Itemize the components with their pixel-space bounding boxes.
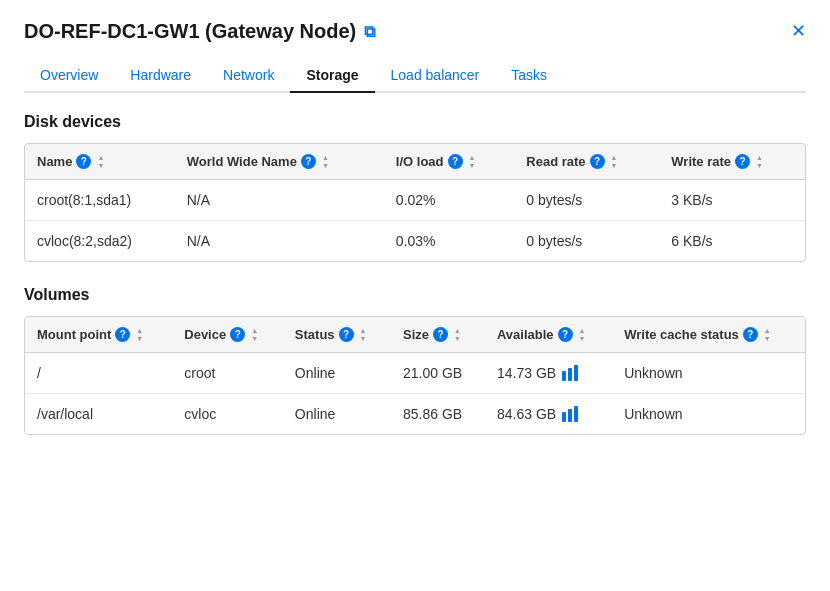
vol-available-cell: 84.63 GB xyxy=(485,394,612,434)
svg-rect-3 xyxy=(562,412,566,422)
bar-chart-icon[interactable] xyxy=(562,406,580,422)
disk-name-cell: croot(8:1,sda1) xyxy=(25,180,175,221)
name-help-icon[interactable]: ? xyxy=(76,154,91,169)
volumes-header-row: Mount point ? Device ? xyxy=(25,317,805,353)
disk-device-row: cvloc(8:2,sda2) N/A 0.03% 0 bytes/s 6 KB… xyxy=(25,221,805,262)
col-read-rate: Read rate ? xyxy=(514,144,659,180)
close-icon[interactable]: ✕ xyxy=(791,20,806,42)
vol-status-cell: Online xyxy=(283,394,391,435)
col-status: Status ? xyxy=(283,317,391,353)
col-size: Size ? xyxy=(391,317,485,353)
wwn-sort-icon[interactable] xyxy=(322,154,329,169)
write-rate-sort-icon[interactable] xyxy=(756,154,763,169)
disk-read-rate-cell: 0 bytes/s xyxy=(514,180,659,221)
read-rate-sort-icon[interactable] xyxy=(611,154,618,169)
vol-status-cell: Online xyxy=(283,353,391,394)
tab-tasks[interactable]: Tasks xyxy=(495,59,563,93)
svg-rect-4 xyxy=(568,409,572,422)
device-help-icon[interactable]: ? xyxy=(230,327,245,342)
col-wwn: World Wide Name ? xyxy=(175,144,384,180)
write-rate-help-icon[interactable]: ? xyxy=(735,154,750,169)
external-link-icon[interactable]: ⧉ xyxy=(364,23,375,41)
available-sort-icon[interactable] xyxy=(579,327,586,342)
wwn-help-icon[interactable]: ? xyxy=(301,154,316,169)
mount-point-help-icon[interactable]: ? xyxy=(115,327,130,342)
main-panel: DO-REF-DC1-GW1 (Gateway Node) ⧉ ✕ Overvi… xyxy=(0,0,830,483)
read-rate-help-icon[interactable]: ? xyxy=(590,154,605,169)
mount-point-sort-icon[interactable] xyxy=(136,327,143,342)
svg-rect-5 xyxy=(574,406,578,422)
disk-io-load-cell: 0.03% xyxy=(384,221,514,262)
svg-rect-1 xyxy=(568,368,572,381)
disk-devices-table: Name ? World Wide Name ? xyxy=(25,144,805,261)
disk-read-rate-cell: 0 bytes/s xyxy=(514,221,659,262)
disk-devices-table-container: Name ? World Wide Name ? xyxy=(24,143,806,262)
io-load-sort-icon[interactable] xyxy=(469,154,476,169)
disk-devices-header-row: Name ? World Wide Name ? xyxy=(25,144,805,180)
volumes-table-container: Mount point ? Device ? xyxy=(24,316,806,435)
vol-size-cell: 21.00 GB xyxy=(391,353,485,394)
vol-mount-point-cell: /var/local xyxy=(25,394,172,435)
disk-device-row: croot(8:1,sda1) N/A 0.02% 0 bytes/s 3 KB… xyxy=(25,180,805,221)
tab-storage[interactable]: Storage xyxy=(290,59,374,93)
size-sort-icon[interactable] xyxy=(454,327,461,342)
disk-name-cell: cvloc(8:2,sda2) xyxy=(25,221,175,262)
vol-device-cell: croot xyxy=(172,353,283,394)
tab-hardware[interactable]: Hardware xyxy=(114,59,207,93)
disk-write-rate-cell: 6 KB/s xyxy=(659,221,805,262)
col-io-load: I/O load ? xyxy=(384,144,514,180)
col-mount-point: Mount point ? xyxy=(25,317,172,353)
name-sort-icon[interactable] xyxy=(97,154,104,169)
col-device: Device ? xyxy=(172,317,283,353)
tab-overview[interactable]: Overview xyxy=(24,59,114,93)
write-cache-help-icon[interactable]: ? xyxy=(743,327,758,342)
vol-available-cell: 14.73 GB xyxy=(485,353,612,393)
disk-io-load-cell: 0.02% xyxy=(384,180,514,221)
col-write-cache-status: Write cache status ? xyxy=(612,317,805,353)
col-name: Name ? xyxy=(25,144,175,180)
col-write-rate: Write rate ? xyxy=(659,144,805,180)
vol-size-cell: 85.86 GB xyxy=(391,394,485,435)
vol-write-cache-cell: Unknown xyxy=(612,353,805,394)
volume-row: /var/local cvloc Online 85.86 GB 84.63 G… xyxy=(25,394,805,435)
tab-loadbalancer[interactable]: Load balancer xyxy=(375,59,496,93)
disk-devices-section-title: Disk devices xyxy=(24,113,806,131)
disk-wwn-cell: N/A xyxy=(175,221,384,262)
tab-bar: Overview Hardware Network Storage Load b… xyxy=(24,59,806,93)
tab-network[interactable]: Network xyxy=(207,59,290,93)
size-help-icon[interactable]: ? xyxy=(433,327,448,342)
device-sort-icon[interactable] xyxy=(251,327,258,342)
panel-title: DO-REF-DC1-GW1 (Gateway Node) xyxy=(24,20,356,43)
volume-row: / croot Online 21.00 GB 14.73 GB Unknown xyxy=(25,353,805,394)
status-help-icon[interactable]: ? xyxy=(339,327,354,342)
svg-rect-0 xyxy=(562,371,566,381)
panel-title-row: DO-REF-DC1-GW1 (Gateway Node) ⧉ xyxy=(24,20,806,43)
volumes-table: Mount point ? Device ? xyxy=(25,317,805,434)
vol-mount-point-cell: / xyxy=(25,353,172,394)
bar-chart-icon[interactable] xyxy=(562,365,580,381)
volumes-section-title: Volumes xyxy=(24,286,806,304)
col-available: Available ? xyxy=(485,317,612,353)
disk-wwn-cell: N/A xyxy=(175,180,384,221)
status-sort-icon[interactable] xyxy=(360,327,367,342)
vol-write-cache-cell: Unknown xyxy=(612,394,805,435)
disk-write-rate-cell: 3 KB/s xyxy=(659,180,805,221)
available-help-icon[interactable]: ? xyxy=(558,327,573,342)
io-load-help-icon[interactable]: ? xyxy=(448,154,463,169)
write-cache-sort-icon[interactable] xyxy=(764,327,771,342)
svg-rect-2 xyxy=(574,365,578,381)
vol-device-cell: cvloc xyxy=(172,394,283,435)
